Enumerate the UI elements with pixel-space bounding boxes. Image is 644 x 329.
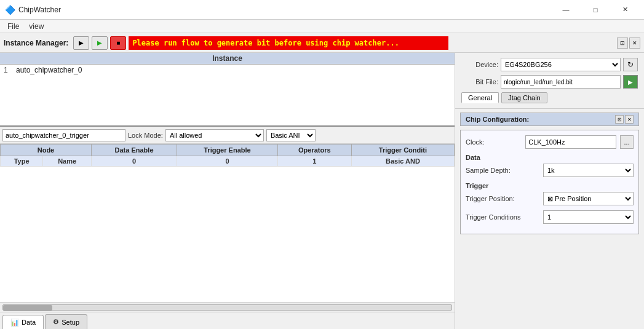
chip-config-icons: ⊡ ✕ (615, 115, 634, 124)
tab-jtag-chain[interactable]: Jtag Chain (501, 92, 547, 103)
tab-general[interactable]: General (461, 92, 499, 103)
clock-input[interactable] (525, 135, 616, 149)
stop-button[interactable]: ■ (110, 36, 126, 50)
instance-manager-bar: Instance Manager: ▶ ▶ ■ Please run flow … (0, 33, 644, 53)
col-data-enable: Data Enable (91, 145, 177, 156)
instance-num: 1 (4, 66, 16, 74)
col-trigger-enable: Trigger Enable (177, 145, 278, 156)
play2-button[interactable]: ▶ (92, 36, 108, 50)
table-sub-header: Type Name 0 0 1 Basic AND (1, 156, 455, 167)
lock-mode-select[interactable]: All allowed (165, 129, 264, 141)
menu-bar: File view (0, 20, 644, 33)
trigger-position-row: Trigger Position: ⊠ Pre Position ⊠ Mid P… (466, 192, 634, 205)
window-controls: — □ ✕ (552, 0, 639, 20)
sub-op: 1 (277, 156, 351, 167)
close-button[interactable]: ✕ (611, 0, 639, 20)
chip-config-restore-icon[interactable]: ⊡ (615, 115, 624, 124)
sub-de: 0 (91, 156, 177, 167)
play-button[interactable]: ▶ (73, 36, 89, 50)
sample-depth-row: Sample Depth: 1k 2k 4k (466, 164, 634, 177)
col-operators: Operators (277, 145, 351, 156)
trigger-conditions-label: Trigger Conditions (466, 213, 539, 221)
status-message: Please run flow to generate bit before u… (129, 36, 448, 50)
clock-row: Clock: ... (466, 135, 634, 149)
lock-mode-label: Lock Mode: (128, 132, 163, 139)
app-title: ChipWatcher (18, 6, 552, 14)
chip-config-content: Clock: ... Data Sample Depth: 1k 2k 4k (460, 130, 639, 234)
instance-section: Instance 1 auto_chipwatcher_0 (0, 53, 455, 127)
sub-te: 0 (177, 156, 278, 167)
sub-tc: Basic AND (351, 156, 454, 167)
sample-depth-select[interactable]: 1k 2k 4k (543, 164, 634, 177)
trigger-name-input[interactable] (2, 129, 125, 141)
scroll-thumb[interactable] (3, 305, 52, 311)
main-area: Instance 1 auto_chipwatcher_0 Lock Mode:… (0, 53, 644, 329)
menu-view[interactable]: view (24, 21, 49, 32)
col-trigger-cond: Trigger Conditi (351, 145, 454, 156)
restore-icon[interactable]: ⊡ (617, 38, 628, 49)
title-bar: 🔷 ChipWatcher — □ ✕ (0, 0, 644, 20)
trigger-position-select[interactable]: ⊠ Pre Position ⊠ Mid Position ⊠ Post Pos… (543, 192, 634, 205)
instance-name: auto_chipwatcher_0 (16, 66, 82, 74)
device-section: Device: EG4S20BG256 ↻ Bit File: ▶ Genera… (455, 53, 644, 109)
node-table: Node Data Enable Trigger Enable Operator… (0, 144, 455, 167)
bitfile-row: Bit File: ▶ (461, 75, 638, 89)
bitfile-label: Bit File: (461, 78, 498, 85)
chip-config-section: Chip Configuration: ⊡ ✕ Clock: ... Data … (455, 109, 644, 329)
scrollbar-area (0, 302, 455, 312)
clock-browse-button[interactable]: ... (620, 135, 634, 149)
tab-data[interactable]: 📊 Data (2, 315, 44, 329)
chip-config-header: Chip Configuration: ⊡ ✕ (460, 113, 639, 126)
right-panel: Device: EG4S20BG256 ↻ Bit File: ▶ Genera… (455, 53, 644, 329)
minimize-button[interactable]: — (552, 0, 580, 20)
instance-manager-icons: ⊡ ✕ (617, 38, 640, 49)
data-table: Node Data Enable Trigger Enable Operator… (0, 144, 455, 302)
instance-header: Instance (0, 53, 455, 65)
trigger-section-title: Trigger (466, 182, 634, 189)
instance-row[interactable]: 1 auto_chipwatcher_0 (0, 65, 455, 76)
bitfile-browse-button[interactable]: ▶ (623, 75, 638, 89)
setup-tab-label: Setup (62, 319, 79, 326)
col-node: Node (1, 145, 92, 156)
chip-config-title: Chip Configuration: (466, 116, 529, 123)
device-row: Device: EG4S20BG256 ↻ (461, 58, 638, 71)
sub-name: Name (43, 156, 92, 167)
trigger-section: Lock Mode: All allowed Basic ANI Node Da… (0, 127, 455, 312)
device-select[interactable]: EG4S20BG256 (501, 58, 621, 71)
data-tab-label: Data (22, 319, 36, 326)
trigger-position-label: Trigger Position: (466, 195, 539, 202)
device-label: Device: (461, 61, 498, 68)
right-tabs-row: General Jtag Chain (461, 92, 638, 103)
left-panel: Instance 1 auto_chipwatcher_0 Lock Mode:… (0, 53, 455, 329)
tab-setup[interactable]: ⚙ Setup (45, 314, 87, 329)
bottom-tabs: 📊 Data ⚙ Setup (0, 312, 455, 329)
data-section-title: Data (466, 154, 634, 161)
sample-depth-label: Sample Depth: (466, 167, 539, 174)
horizontal-scrollbar[interactable] (2, 304, 452, 311)
bitfile-input[interactable] (501, 75, 621, 89)
setup-tab-icon: ⚙ (53, 318, 59, 326)
close-icon[interactable]: ✕ (629, 38, 640, 49)
maximize-button[interactable]: □ (581, 0, 610, 20)
instance-list: 1 auto_chipwatcher_0 (0, 65, 455, 125)
trigger-bar: Lock Mode: All allowed Basic ANI (0, 127, 455, 144)
chip-config-close-icon[interactable]: ✕ (625, 115, 634, 124)
app-icon: 🔷 (5, 5, 15, 15)
menu-file[interactable]: File (2, 21, 24, 32)
device-refresh-button[interactable]: ↻ (623, 58, 638, 71)
trigger-conditions-row: Trigger Conditions 1 2 3 4 (466, 210, 634, 224)
ani-select[interactable]: Basic ANI (266, 129, 316, 141)
trigger-conditions-select[interactable]: 1 2 3 4 (543, 210, 634, 224)
sub-type: Type (1, 156, 43, 167)
instance-manager-label: Instance Manager: (4, 39, 68, 47)
clock-label: Clock: (466, 138, 522, 146)
data-tab-icon: 📊 (10, 319, 19, 327)
